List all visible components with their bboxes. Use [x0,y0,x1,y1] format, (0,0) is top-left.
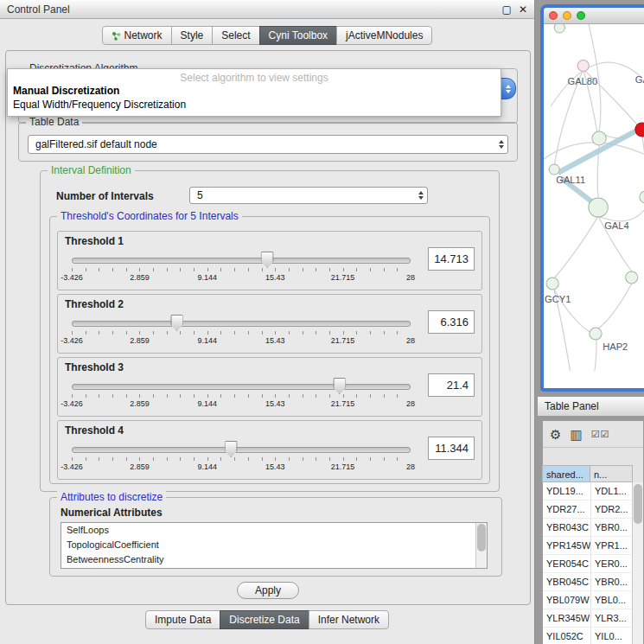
tab-cyni-toolbox[interactable]: Cyni Toolbox [259,26,337,45]
titlebar: Control Panel ▢ ✕ [0,0,534,19]
slider-track[interactable] [72,321,411,327]
close-traffic-light-icon[interactable] [549,11,558,20]
slider-handle[interactable] [170,315,183,331]
tab-label: Discretize Data [229,614,299,626]
tab-label: Cyni Toolbox [269,29,328,41]
table-panel-title: Table Panel [545,400,599,412]
table-row[interactable]: YBR045CYBR0... [543,573,643,591]
tab-style[interactable]: Style [171,26,214,45]
slider-scale: -3.426 2.859 9.144 15.43 21.715 28 [72,273,411,284]
table-row[interactable]: YLR345WYLR3... [543,609,643,628]
tab-label: jActiveMNodules [346,29,423,41]
dropdown-option-manual[interactable]: Manual Discretization [8,84,501,98]
slider-ticks [72,268,411,271]
slider-handle[interactable] [261,252,274,268]
network-node[interactable] [577,61,589,72]
threshold-value-field[interactable]: 6.316 [428,310,475,334]
list-item[interactable]: BetweennessCentrality [61,552,487,567]
slider-handle[interactable] [225,441,238,457]
slider-track[interactable] [72,258,411,264]
tab-label: Style [181,29,204,41]
node-label: GCY1 [545,294,571,304]
list-scrollbar[interactable] [475,523,487,568]
node-label: HAP2 [603,341,628,352]
algorithm-combo-stepper-icon[interactable] [500,78,516,99]
network-node[interactable] [592,131,606,145]
tab-infer-network[interactable]: Infer Network [309,610,389,629]
tab-impute-data[interactable]: Impute Data [145,610,220,629]
num-intervals-select[interactable]: 5 [189,187,428,204]
table-row[interactable]: YBR043CYBR0... [543,519,643,537]
threshold-label: Threshold 4 [65,424,124,437]
select-columns-icon[interactable]: ☑☑ [591,430,610,439]
list-item[interactable]: TopologicalCoefficient [61,538,487,552]
threshold-slider: -3.426 2.859 9.144 15.43 21.715 28 [72,443,411,475]
tab-jactivemnodules[interactable]: jActiveMNodules [336,26,432,45]
table-data-select[interactable]: galFiltered.sif default node [28,135,508,154]
dropdown-option-equal-width[interactable]: Equal Width/Frequency Discretization [8,98,501,112]
window-title: Control Panel [7,3,70,16]
numerical-attributes-label: Numerical Attributes [61,507,163,519]
tab-select[interactable]: Select [212,26,259,45]
node-label: GAL80 [567,76,597,86]
tab-network[interactable]: Network [102,26,172,45]
bottom-tabstrip: Impute Data Discretize Data Infer Networ… [0,610,534,629]
network-window-titlebar [544,8,644,24]
threshold-value-field[interactable]: 21.4 [428,373,475,397]
threshold-value-field[interactable]: 11.344 [428,437,475,460]
thresholds-legend: Threshold's Coordinates for 5 Intervals [57,210,242,222]
network-node[interactable] [549,164,559,175]
apply-button[interactable]: Apply [237,582,299,599]
network-canvas[interactable]: GAL80 GAL11 GAL4 GCY1 HAP2 GA [544,24,644,371]
slider-ticks [72,394,411,398]
attributes-list: SelfLoops TopologicalCoefficient Between… [61,522,488,569]
network-view-window[interactable]: GAL80 GAL11 GAL4 GCY1 HAP2 GA [540,4,644,392]
network-node[interactable] [546,277,558,290]
slider-scale: -3.426 2.859 9.144 15.43 21.715 28 [72,462,411,473]
stepper-icon [499,140,504,149]
float-window-icon[interactable]: ▢ [502,4,512,15]
thresholds-group: Threshold's Coordinates for 5 Intervals … [49,216,490,484]
threshold-label: Threshold 2 [65,298,124,310]
network-node[interactable] [626,271,638,284]
table-row[interactable]: YIL052CYIL0... [543,628,643,644]
node-label-partial: GA [635,74,644,85]
list-item[interactable]: SelfLoops [61,523,487,538]
threshold-panel-1: Threshold 1 -3.426 2.859 9.144 15.43 21.… [57,231,482,290]
table-row[interactable]: YBL079WYBL0... [543,591,643,609]
table-scrollbar[interactable] [632,482,643,644]
cyni-toolbox-panel: Discretization Algorithm Table Data galF… [5,50,531,605]
zoom-traffic-light-icon[interactable] [577,11,585,20]
table-data-value: galFiltered.sif default node [35,138,157,150]
algorithm-placeholder: Select algorithm to view settings [8,69,501,84]
tab-label: Select [221,29,250,41]
slider-handle[interactable] [333,378,346,394]
table-row[interactable]: YDR27...YDR2... [543,501,643,519]
tab-discretize-data[interactable]: Discretize Data [220,610,309,629]
close-icon[interactable]: ✕ [519,4,527,15]
network-node[interactable] [640,191,644,203]
slider-track[interactable] [72,447,411,453]
table-row[interactable]: YER054CYER0... [543,555,643,573]
selected-network-node[interactable] [635,123,644,137]
minimize-traffic-light-icon[interactable] [563,11,571,20]
table-row[interactable]: YDL19...YDL1... [543,482,643,501]
algorithm-dropdown-popup: Select algorithm to view settings Manual… [7,68,501,117]
column-header-name[interactable]: n... [590,465,633,482]
network-node[interactable] [590,328,602,340]
tab-label: Infer Network [318,614,379,626]
table-row[interactable]: YPR145WYPR1... [543,537,643,555]
column-header-shared-name[interactable]: shared... [542,465,590,482]
gear-icon[interactable]: ⚙ [550,428,561,441]
threshold-slider: -3.426 2.859 9.144 15.43 21.715 28 [72,380,411,411]
columns-icon[interactable]: ▥ [570,428,582,441]
network-node[interactable] [554,24,564,33]
network-node[interactable] [589,198,608,217]
threshold-label: Threshold 3 [65,361,124,373]
top-tabstrip: Network Style Select Cyni Toolbox jActiv… [0,26,534,45]
threshold-slider: -3.426 2.859 9.144 15.43 21.715 28 [72,317,411,348]
interval-definition-legend: Interval Definition [48,164,135,176]
threshold-value-field[interactable]: 14.713 [428,247,475,271]
threshold-label: Threshold 1 [65,235,124,247]
slider-track[interactable] [72,384,411,390]
